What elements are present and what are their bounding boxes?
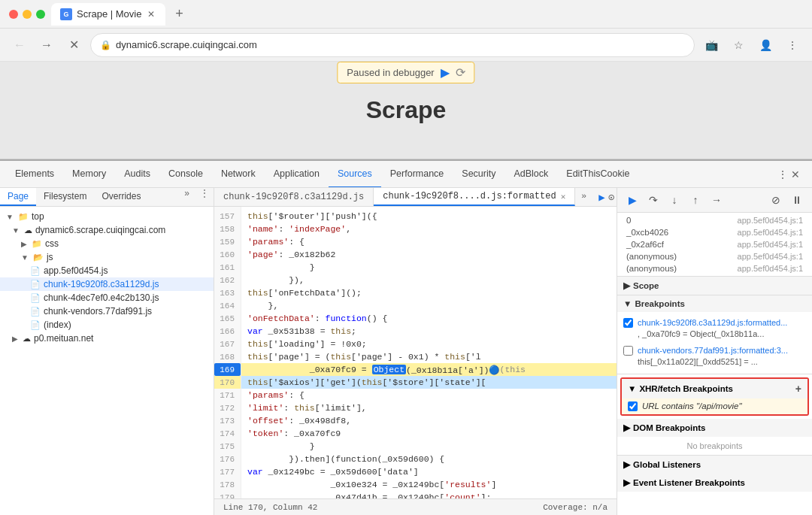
devtools-more-button[interactable]: ⋮ <box>777 168 788 180</box>
call-stack-item-0[interactable]: 0 app.5ef0d454.js:1 <box>617 214 812 226</box>
line-num-168[interactable]: 168 <box>214 350 241 363</box>
account-button[interactable]: 👤 <box>755 35 776 56</box>
tab-sources[interactable]: Sources <box>329 161 381 188</box>
event-listener-section[interactable]: ▶ Event Listener Breakpoints <box>617 474 812 492</box>
breakpoints-header[interactable]: ▼ Breakpoints <box>617 295 812 312</box>
line-num-179[interactable]: 179 <box>214 491 241 498</box>
refresh-button[interactable]: ✕ <box>63 35 84 56</box>
line-num-172[interactable]: 172 <box>214 401 241 414</box>
menu-button[interactable]: ⋮ <box>782 35 803 56</box>
tab-editcookie[interactable]: EditThisCookie <box>557 161 638 188</box>
debug-step-over-button[interactable]: ↷ <box>644 191 662 209</box>
code-tabs-more[interactable]: » <box>575 188 592 206</box>
line-num-167[interactable]: 167 <box>214 338 241 350</box>
line-num-176[interactable]: 176 <box>214 453 241 465</box>
tab-close-button[interactable]: ✕ <box>146 9 156 20</box>
global-listeners-section[interactable]: ▶ Global Listeners <box>617 456 812 474</box>
code-tab-1[interactable]: chunk-19c920f8.c3a1129d.js <box>214 188 374 206</box>
browser-titlebar: G Scrape | Movie ✕ + <box>0 0 812 29</box>
line-num-166[interactable]: 166 <box>214 325 241 338</box>
file-panel-tab-overrides[interactable]: Overrides <box>94 188 148 206</box>
tab-application[interactable]: Application <box>265 161 329 188</box>
debug-step-out-button[interactable]: ↑ <box>686 191 704 209</box>
debug-pause-exception-button[interactable]: ⏸ <box>788 191 806 209</box>
tree-item-meituan[interactable]: ▶ ☁ p0.meituan.net <box>0 332 214 345</box>
debugger-resume-button[interactable]: ▶ <box>441 65 450 80</box>
line-num-173[interactable]: 173 <box>214 414 241 427</box>
tab-adblock[interactable]: AdBlock <box>504 161 557 188</box>
back-button[interactable]: ← <box>9 35 30 56</box>
scope-header[interactable]: ▶ Scope <box>617 277 812 295</box>
line-num-159[interactable]: 159 <box>214 235 241 248</box>
tab-memory[interactable]: Memory <box>63 161 115 188</box>
tree-item-chunk1[interactable]: 📄 chunk-19c920f8.c3a1129d.js <box>0 277 214 291</box>
file-panel-menu[interactable]: ⋮ <box>195 188 214 206</box>
call-stack-item-4[interactable]: (anonymous) app.5ef0d454.js:1 <box>617 262 812 274</box>
xhr-breakpoints-header[interactable]: ▼ XHR/fetch Breakpoints + <box>622 379 807 398</box>
code-panel-play[interactable]: ▶ <box>598 191 604 204</box>
code-body[interactable]: 157 158 159 160 161 162 163 164 165 166 … <box>214 207 617 498</box>
breakpoint-checkbox-1[interactable] <box>623 346 633 356</box>
devtools-close-button[interactable]: ✕ <box>791 168 800 180</box>
tree-item-chunk3[interactable]: 📄 chunk-vendors.77daf991.js <box>0 304 214 318</box>
line-num-164[interactable]: 164 <box>214 299 241 312</box>
status-coverage: Coverage: n/a <box>543 503 607 512</box>
code-line-168: this['page'] = (this['page'] - 0x1) * th… <box>241 350 617 363</box>
tree-item-index[interactable]: 📄 (index) <box>0 318 214 332</box>
line-num-170[interactable]: 170 <box>214 376 241 389</box>
tree-item-domain[interactable]: ▼ ☁ dynamic6.scrape.cuiqingcai.com <box>0 223 214 237</box>
close-window-button[interactable] <box>9 10 18 19</box>
line-num-175[interactable]: 175 <box>214 440 241 453</box>
line-num-171[interactable]: 171 <box>214 389 241 401</box>
tab-elements[interactable]: Elements <box>6 161 63 188</box>
call-stack-item-1[interactable]: _0xcb4026 app.5ef0d454.js:1 <box>617 226 812 238</box>
forward-button[interactable]: → <box>36 35 57 56</box>
file-panel-more[interactable]: » <box>178 188 195 206</box>
line-num-165[interactable]: 165 <box>214 312 241 325</box>
xhr-add-button[interactable]: + <box>795 383 801 395</box>
dom-breakpoints-header[interactable]: ▶ DOM Breakpoints <box>617 419 812 437</box>
code-tab-close[interactable]: ✕ <box>561 192 566 201</box>
new-tab-button[interactable]: + <box>168 4 189 25</box>
tree-item-chunk2[interactable]: 📄 chunk-4dec7ef0.e4c2b130.js <box>0 291 214 304</box>
debug-step-button[interactable]: → <box>707 191 726 209</box>
xhr-checkbox-0[interactable] <box>628 401 638 411</box>
url-bar[interactable]: 🔒 dynamic6.scrape.cuiqingcai.com <box>90 33 695 57</box>
tab-audits[interactable]: Audits <box>115 161 159 188</box>
line-num-163[interactable]: 163 <box>214 286 241 299</box>
debug-deactivate-button[interactable]: ⊘ <box>767 191 785 209</box>
call-stack-item-3[interactable]: (anonymous) app.5ef0d454.js:1 <box>617 250 812 262</box>
line-num-160[interactable]: 160 <box>214 248 241 261</box>
code-tab-2[interactable]: chunk-19c920f8....d.js:formatted ✕ <box>374 188 575 206</box>
tree-label-chunk1: chunk-19c920f8.c3a1129d.js <box>44 279 159 289</box>
line-num-178[interactable]: 178 <box>214 478 241 491</box>
tree-item-js[interactable]: ▼ 📂 js <box>0 250 214 264</box>
code-panel-btn2[interactable]: ⊙ <box>608 191 614 204</box>
tree-item-top[interactable]: ▼ 📁 top <box>0 210 214 223</box>
line-num-162[interactable]: 162 <box>214 274 241 286</box>
line-num-161[interactable]: 161 <box>214 261 241 274</box>
tab-performance[interactable]: Performance <box>381 161 453 188</box>
tab-network[interactable]: Network <box>212 161 265 188</box>
file-panel-tab-filesystem[interactable]: Filesystem <box>36 188 94 206</box>
debug-resume-button[interactable]: ▶ <box>623 191 641 209</box>
tree-item-css[interactable]: ▶ 📁 css <box>0 237 214 250</box>
tab-console[interactable]: Console <box>159 161 212 188</box>
tab-security[interactable]: Security <box>453 161 504 188</box>
line-num-177[interactable]: 177 <box>214 465 241 478</box>
debugger-step-button[interactable]: ⟳ <box>456 65 465 80</box>
cast-button[interactable]: 📺 <box>701 35 722 56</box>
tree-item-app-js[interactable]: 📄 app.5ef0d454.js <box>0 264 214 277</box>
bookmark-button[interactable]: ☆ <box>728 35 749 56</box>
debug-step-into-button[interactable]: ↓ <box>665 191 683 209</box>
line-num-174[interactable]: 174 <box>214 427 241 440</box>
breakpoint-checkbox-0[interactable] <box>623 318 633 328</box>
call-stack-item-2[interactable]: _0x2af6cf app.5ef0d454.js:1 <box>617 238 812 250</box>
file-panel-tab-page[interactable]: Page <box>0 188 36 206</box>
minimize-window-button[interactable] <box>23 10 32 19</box>
browser-tab[interactable]: G Scrape | Movie ✕ <box>51 3 165 26</box>
line-num-169[interactable]: 169 <box>214 363 241 376</box>
line-num-157[interactable]: 157 <box>214 210 241 223</box>
line-num-158[interactable]: 158 <box>214 223 241 235</box>
maximize-window-button[interactable] <box>36 10 45 19</box>
